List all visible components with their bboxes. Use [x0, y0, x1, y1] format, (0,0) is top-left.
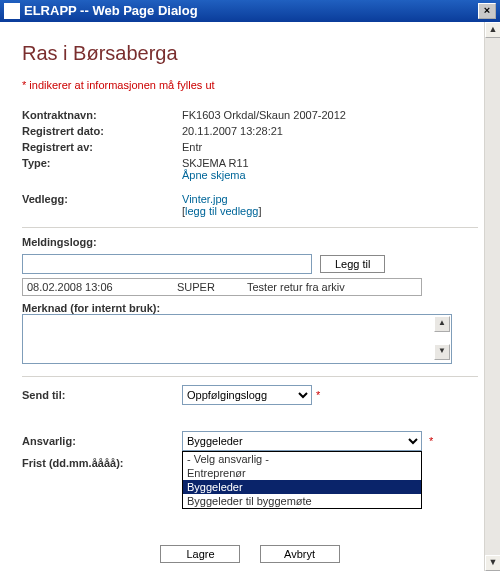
window-titlebar: ELRAPP -- Web Page Dialog × [0, 0, 500, 22]
merknad-wrap: ▲ ▼ [22, 314, 452, 366]
separator-2 [22, 376, 478, 377]
close-button[interactable]: × [478, 3, 496, 19]
label-send-til: Send til: [22, 389, 182, 401]
required-note: * indikerer at informasjonen må fylles u… [22, 79, 478, 91]
log-entry-text: Tester retur fra arkiv [247, 281, 417, 293]
link-legg-til-vedlegg[interactable]: legg til vedlegg [185, 205, 258, 217]
ansvarlig-option[interactable]: - Velg ansvarlig - [183, 452, 421, 466]
value-type: SKJEMA R11 Åpne skjema [182, 157, 478, 181]
row-kontraktnavn: Kontraktnavn: FK1603 Orkdal/Skaun 2007-2… [22, 109, 478, 121]
select-ansvarlig[interactable]: Byggeleder [182, 431, 422, 451]
required-marker: * [316, 389, 320, 401]
page-title: Ras i Børsaberga [22, 42, 478, 65]
meldingslogg-input-row: Legg til [22, 254, 478, 274]
scroll-up-icon[interactable]: ▲ [485, 22, 500, 38]
value-vedlegg: Vinter.jpg [legg til vedlegg] [182, 193, 478, 217]
label-kontraktnavn: Kontraktnavn: [22, 109, 182, 121]
content-area: Ras i Børsaberga * indikerer at informas… [0, 22, 500, 571]
row-registrert-dato: Registrert dato: 20.11.2007 13:28:21 [22, 125, 478, 137]
value-kontraktnavn: FK1603 Orkdal/Skaun 2007-2012 [182, 109, 478, 121]
ansvarlig-option[interactable]: Entreprenør [183, 466, 421, 480]
row-type: Type: SKJEMA R11 Åpne skjema [22, 157, 478, 181]
ansvarlig-option[interactable]: Byggeleder til byggemøte [183, 494, 421, 508]
row-vedlegg: Vedlegg: Vinter.jpg [legg til vedlegg] [22, 193, 478, 217]
merknad-scroll-down-icon[interactable]: ▼ [434, 344, 450, 360]
select-send-til[interactable]: Oppfølgingslogg [182, 385, 312, 405]
scroll-down-icon[interactable]: ▼ [485, 555, 500, 571]
meldingslogg-input[interactable] [22, 254, 312, 274]
label-merknad: Merknad (for internt bruk): [22, 302, 478, 314]
label-meldingslogg: Meldingslogg: [22, 236, 478, 248]
log-entry-date: 08.02.2008 13:06 [27, 281, 177, 293]
app-icon [4, 3, 20, 19]
separator-1 [22, 227, 478, 228]
window-title: ELRAPP -- Web Page Dialog [24, 0, 198, 22]
log-entry-user: SUPER [177, 281, 247, 293]
ansvarlig-option-selected[interactable]: Byggeleder [183, 480, 421, 494]
type-text: SKJEMA R11 [182, 157, 249, 169]
vertical-scrollbar[interactable]: ▲ ▼ [484, 22, 500, 571]
label-ansvarlig: Ansvarlig: [22, 435, 182, 447]
label-type: Type: [22, 157, 182, 169]
row-ansvarlig: Ansvarlig: Byggeleder * - Velg ansvarlig… [22, 431, 478, 451]
avbryt-button[interactable]: Avbryt [260, 545, 340, 563]
merknad-scroll-up-icon[interactable]: ▲ [434, 316, 450, 332]
value-registrert-dato: 20.11.2007 13:28:21 [182, 125, 478, 137]
button-row: Lagre Avbryt [22, 545, 478, 563]
required-marker: * [429, 435, 433, 447]
row-registrert-av: Registrert av: Entr [22, 141, 478, 153]
lagre-button[interactable]: Lagre [160, 545, 240, 563]
label-vedlegg: Vedlegg: [22, 193, 182, 205]
meldingslogg-list: 08.02.2008 13:06 SUPER Tester retur fra … [22, 278, 422, 296]
legg-til-button[interactable]: Legg til [320, 255, 385, 273]
label-registrert-dato: Registrert dato: [22, 125, 182, 137]
value-registrert-av: Entr [182, 141, 478, 153]
label-registrert-av: Registrert av: [22, 141, 182, 153]
link-vedlegg-file[interactable]: Vinter.jpg [182, 193, 228, 205]
label-frist: Frist (dd.mm.åååå): [22, 457, 182, 469]
merknad-textarea[interactable] [22, 314, 452, 364]
row-send-til: Send til: Oppfølgingslogg * [22, 385, 478, 405]
ansvarlig-dropdown-list: - Velg ansvarlig - Entreprenør Byggelede… [182, 451, 422, 509]
link-apne-skjema[interactable]: Åpne skjema [182, 169, 246, 181]
